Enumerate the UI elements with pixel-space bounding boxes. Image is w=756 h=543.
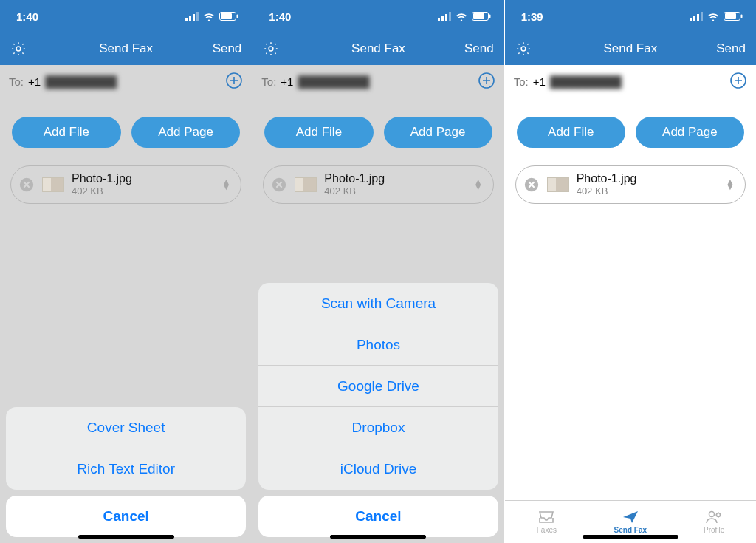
svg-point-30	[709, 512, 715, 517]
reorder-handle-icon[interactable]: ▲▼	[474, 180, 483, 190]
sheet-group: Scan with Camera Photos Google Drive Dro…	[258, 283, 498, 490]
svg-rect-13	[449, 12, 451, 21]
svg-rect-23	[701, 12, 703, 21]
file-name: Photo-1.jpg	[72, 172, 132, 185]
add-file-button[interactable]: Add File	[517, 117, 625, 148]
signal-icon	[438, 12, 451, 21]
nav-bar: Send Fax Send	[0, 33, 252, 65]
svg-rect-3	[196, 12, 199, 21]
sheet-cancel-button[interactable]: Cancel	[6, 496, 246, 537]
svg-rect-12	[445, 14, 447, 21]
battery-icon	[724, 12, 743, 21]
reorder-handle-icon[interactable]: ▲▼	[221, 180, 230, 190]
to-row[interactable]: To: +1 ██████████	[505, 65, 756, 98]
remove-file-icon[interactable]	[18, 177, 35, 193]
status-icons	[690, 12, 743, 21]
tab-profile[interactable]: Profile	[673, 501, 756, 543]
inbox-icon	[537, 510, 555, 525]
svg-rect-26	[740, 15, 742, 18]
action-sheet: Cover Sheet Rich Text Editor Cancel	[0, 401, 252, 543]
svg-rect-6	[237, 15, 238, 18]
to-prefix: +1	[28, 75, 41, 88]
add-file-button[interactable]: Add File	[12, 117, 121, 148]
send-button[interactable]: Send	[200, 41, 241, 56]
file-thumbnail	[295, 177, 317, 192]
reorder-handle-icon[interactable]: ▲▼	[726, 180, 735, 190]
signal-icon	[185, 12, 199, 21]
nav-title: Send Fax	[557, 41, 704, 56]
home-indicator[interactable]	[583, 535, 678, 539]
screen-1: 1:40 Send Fax Send To: +1 ██████████	[0, 0, 252, 543]
sheet-item-icloud-drive[interactable]: iCloud Drive	[258, 448, 498, 490]
sheet-item-cover-sheet[interactable]: Cover Sheet	[6, 407, 246, 448]
send-button[interactable]: Send	[704, 41, 746, 56]
sheet-group: Cover Sheet Rich Text Editor	[6, 407, 246, 490]
gear-icon	[515, 41, 532, 57]
svg-point-7	[16, 47, 21, 51]
status-bar: 1:40	[0, 0, 252, 33]
remove-file-icon[interactable]	[523, 177, 540, 193]
status-time: 1:39	[521, 10, 543, 23]
nav-left[interactable]	[515, 41, 557, 57]
sheet-item-google-drive[interactable]: Google Drive	[258, 366, 498, 407]
file-row[interactable]: Photo-1.jpg 402 KB ▲▼	[263, 165, 493, 204]
svg-rect-5	[221, 13, 232, 19]
profile-icon	[705, 510, 723, 525]
svg-rect-1	[189, 16, 191, 21]
file-text: Photo-1.jpg 402 KB	[577, 172, 637, 197]
svg-point-27	[521, 47, 526, 51]
add-page-button[interactable]: Add Page	[636, 117, 744, 148]
to-row[interactable]: To: +1 ██████████	[252, 65, 504, 98]
add-page-button[interactable]: Add Page	[131, 117, 241, 148]
send-button[interactable]: Send	[453, 41, 494, 56]
home-indicator[interactable]	[330, 535, 426, 539]
to-number-redacted: ██████████	[550, 75, 621, 88]
add-recipient-button[interactable]	[225, 72, 243, 92]
to-label: To:	[261, 75, 276, 88]
tab-faxes[interactable]: Faxes	[505, 501, 588, 543]
home-indicator[interactable]	[78, 535, 174, 539]
remove-file-icon[interactable]	[271, 177, 287, 193]
svg-point-31	[717, 513, 721, 517]
screen-3: 1:39 Send Fax Send To: +1 ██████████	[504, 0, 756, 543]
nav-left[interactable]	[10, 41, 52, 57]
file-size: 402 KB	[577, 186, 637, 197]
nav-bar: Send Fax Send	[252, 33, 504, 65]
file-text: Photo-1.jpg 402 KB	[324, 172, 385, 197]
sheet-item-photos[interactable]: Photos	[258, 324, 498, 366]
svg-rect-22	[697, 14, 699, 21]
svg-rect-21	[693, 16, 695, 21]
nav-left[interactable]	[263, 41, 304, 57]
screen-2: 1:40 Send Fax Send To: +1 ██████████	[252, 0, 504, 543]
status-time: 1:40	[269, 10, 291, 23]
to-row[interactable]: To: +1 ██████████	[0, 65, 252, 98]
add-page-button[interactable]: Add Page	[384, 117, 492, 148]
svg-rect-25	[725, 13, 736, 19]
to-number-redacted: ██████████	[298, 75, 368, 88]
file-row[interactable]: Photo-1.jpg 402 KB ▲▼	[515, 165, 746, 204]
svg-rect-10	[438, 18, 440, 21]
file-size: 402 KB	[324, 186, 385, 197]
to-number-redacted: ██████████	[45, 75, 116, 88]
to-label: To:	[514, 75, 529, 88]
plus-circle-icon	[478, 72, 495, 89]
add-recipient-button[interactable]	[478, 72, 495, 92]
status-icons	[185, 12, 238, 21]
add-file-button[interactable]: Add File	[264, 117, 373, 148]
gear-icon	[10, 41, 27, 57]
sheet-item-rich-text-editor[interactable]: Rich Text Editor	[6, 448, 246, 490]
sheet-item-scan-camera[interactable]: Scan with Camera	[258, 283, 498, 324]
battery-icon	[219, 12, 238, 21]
sheet-cancel-button[interactable]: Cancel	[258, 496, 498, 537]
wifi-icon	[203, 12, 215, 21]
file-row[interactable]: Photo-1.jpg 402 KB ▲▼	[10, 165, 241, 204]
sheet-item-dropbox[interactable]: Dropbox	[258, 407, 498, 448]
signal-icon	[690, 12, 703, 21]
pill-row: Add File Add Page	[505, 98, 756, 161]
tab-label: Send Fax	[614, 526, 647, 534]
nav-title: Send Fax	[304, 41, 452, 56]
plus-circle-icon	[225, 72, 243, 89]
status-time: 1:40	[16, 10, 38, 23]
add-recipient-button[interactable]	[729, 72, 747, 92]
action-sheet: Scan with Camera Photos Google Drive Dro…	[252, 277, 504, 543]
